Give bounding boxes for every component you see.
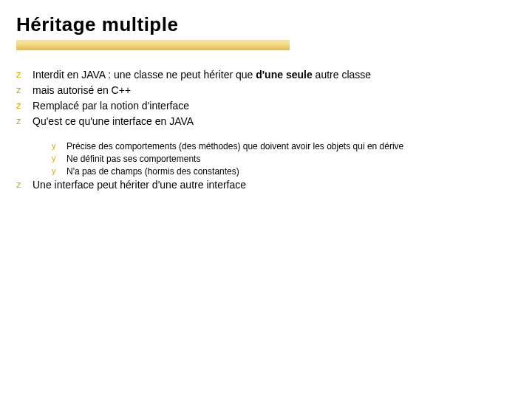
list-item: y Précise des comportements (des méthode… — [52, 140, 516, 152]
y-bullet-icon: y — [52, 166, 66, 177]
y-bullet-icon: y — [52, 140, 66, 151]
list-item: z mais autorisé en C++ — [16, 83, 516, 98]
z-bullet-icon: z — [16, 115, 33, 128]
text-pre: Interdit en JAVA : une classe ne peut hé… — [33, 69, 256, 81]
list-item-text: N'a pas de champs (hormis des constantes… — [66, 166, 516, 177]
y-bullet-icon: y — [52, 153, 66, 164]
list-item: z Interdit en JAVA : une classe ne peut … — [16, 68, 516, 82]
slide-title: Héritage multiple — [16, 13, 516, 36]
after-list: z Une interface peut hériter d'une autre… — [16, 178, 516, 192]
list-item-text: Une interface peut hériter d'une autre i… — [33, 178, 516, 192]
title-underline — [16, 40, 290, 50]
z-bullet-icon: z — [16, 83, 33, 97]
slide: Héritage multiple z Interdit en JAVA : u… — [0, 0, 532, 399]
list-item: y N'a pas de champs (hormis des constant… — [52, 166, 516, 177]
list-item-text: Remplacé par la notion d'interface — [33, 99, 516, 113]
list-item: y Ne définit pas ses comportements — [52, 153, 516, 165]
text-post: autre classe — [313, 69, 371, 81]
slide-content: z Interdit en JAVA : une classe ne peut … — [16, 68, 516, 194]
list-item-text: mais autorisé en C++ — [33, 83, 516, 98]
list-item-text: Qu'est ce qu'une interface en JAVA — [33, 115, 516, 129]
list-item: z Une interface peut hériter d'une autre… — [16, 178, 516, 192]
z-bullet-icon: z — [16, 178, 33, 191]
sub-list-container: y Précise des comportements (des méthode… — [52, 140, 516, 178]
text-bold: d'une seule — [256, 69, 312, 81]
list-item-text: Interdit en JAVA : une classe ne peut hé… — [33, 68, 516, 82]
z-bullet-icon: z — [16, 68, 33, 81]
sub-list: y Précise des comportements (des méthode… — [52, 140, 516, 178]
main-list: z Interdit en JAVA : une classe ne peut … — [16, 68, 516, 129]
list-item: z Qu'est ce qu'une interface en JAVA — [16, 115, 516, 129]
list-item-text: Ne définit pas ses comportements — [66, 153, 516, 165]
list-item-text: Précise des comportements (des méthodes)… — [66, 140, 516, 152]
list-item: z Remplacé par la notion d'interface — [16, 99, 516, 113]
z-bullet-icon: z — [16, 99, 33, 112]
